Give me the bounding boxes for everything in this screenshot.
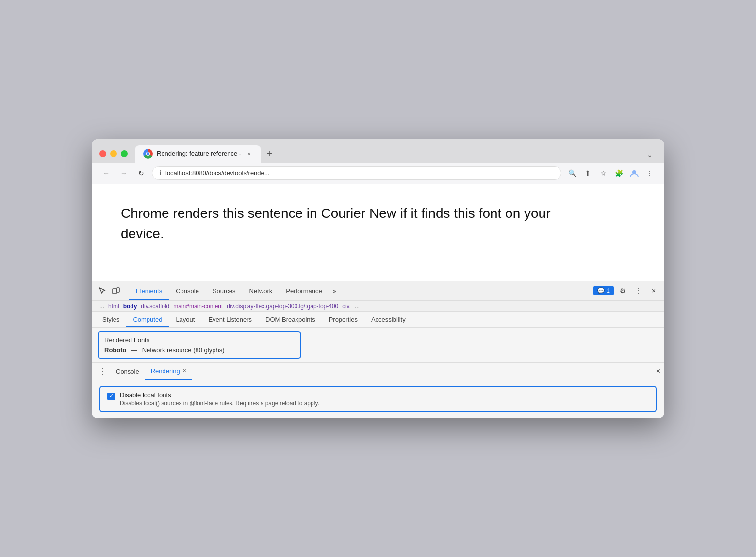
drawer-close-button[interactable]: × bbox=[656, 367, 660, 376]
close-devtools-icon[interactable]: × bbox=[647, 284, 660, 297]
back-button[interactable]: ← bbox=[99, 166, 113, 180]
settings-icon[interactable]: ⚙ bbox=[616, 284, 629, 297]
rendering-panel: ✓ Disable local fonts Disables local() s… bbox=[92, 380, 664, 418]
address-bar[interactable]: ℹ localhost:8080/docs/devtools/rende... bbox=[152, 166, 561, 180]
tab-list-button[interactable]: ⌄ bbox=[643, 147, 657, 163]
secure-icon: ℹ bbox=[159, 169, 162, 177]
svg-rect-1 bbox=[113, 289, 116, 294]
ctab-layout[interactable]: Layout bbox=[169, 312, 201, 327]
browser-tab[interactable]: Rendering: feature reference - × bbox=[135, 145, 261, 163]
devtools-right-icons: 💬 1 ⚙ ⋮ × bbox=[593, 284, 660, 297]
devtools-panel: Elements Console Sources Network Perform… bbox=[92, 281, 664, 418]
disable-local-fonts-label: Disable local fonts bbox=[120, 392, 319, 399]
rendered-fonts-title: Rendered Fonts bbox=[104, 336, 295, 344]
tab-title: Rendering: feature reference - bbox=[157, 150, 241, 157]
breadcrumb-dots-end: ... bbox=[353, 303, 362, 310]
ctab-event-listeners[interactable]: Event Listeners bbox=[201, 312, 259, 327]
breadcrumb-div-last[interactable]: div. bbox=[341, 303, 352, 310]
font-source: Network resource (80 glyphs) bbox=[142, 346, 225, 354]
tab-network[interactable]: Network bbox=[243, 281, 279, 300]
devtools-tabs: Elements Console Sources Network Perform… bbox=[129, 281, 590, 300]
render-label-wrap: Disable local fonts Disables local() sou… bbox=[120, 392, 319, 407]
devtools-menu-icon[interactable]: ⋮ bbox=[631, 284, 645, 297]
inspector-icon[interactable] bbox=[96, 284, 109, 297]
new-tab-button[interactable]: + bbox=[261, 145, 278, 163]
traffic-lights bbox=[99, 150, 128, 157]
device-toggle-icon[interactable] bbox=[109, 284, 123, 297]
extensions-icon[interactable]: 🧩 bbox=[612, 166, 625, 180]
issues-badge-button[interactable]: 💬 1 bbox=[593, 286, 614, 295]
font-name: Roboto bbox=[104, 346, 126, 354]
browser-toolbar: ← → ↻ ℹ localhost:8080/docs/devtools/ren… bbox=[92, 163, 664, 184]
tabs-row: Rendering: feature reference - × + ⌄ bbox=[135, 145, 657, 163]
drawer-bar: ⋮ Console Rendering × × bbox=[92, 362, 664, 380]
title-bar: Rendering: feature reference - × + ⌄ bbox=[92, 139, 664, 163]
zoom-icon[interactable]: 🔍 bbox=[565, 166, 579, 180]
devtools-toolbar: Elements Console Sources Network Perform… bbox=[92, 281, 664, 301]
forward-button[interactable]: → bbox=[117, 166, 131, 180]
tab-performance[interactable]: Performance bbox=[279, 281, 329, 300]
page-text: Chrome renders this sentence in Courier … bbox=[121, 203, 558, 244]
drawer-tab-console[interactable]: Console bbox=[110, 363, 145, 380]
bookmark-icon[interactable]: ☆ bbox=[596, 166, 610, 180]
breadcrumb-div-scaffold[interactable]: div.scaffold bbox=[140, 303, 170, 310]
breadcrumb-dots[interactable]: ... bbox=[98, 303, 106, 310]
minimize-button[interactable] bbox=[110, 150, 117, 157]
drawer-tab-rendering[interactable]: Rendering × bbox=[145, 363, 192, 380]
tab-sources[interactable]: Sources bbox=[206, 281, 243, 300]
disable-local-fonts-desc: Disables local() sources in @font-face r… bbox=[120, 400, 319, 407]
browser-window: Rendering: feature reference - × + ⌄ ← →… bbox=[92, 139, 664, 418]
rendered-fonts-box: Rendered Fonts Roboto — Network resource… bbox=[98, 331, 301, 359]
breadcrumb: ... html body div.scaffold main#main-con… bbox=[92, 301, 664, 312]
reload-button[interactable]: ↻ bbox=[134, 166, 148, 180]
issues-icon: 💬 bbox=[597, 287, 605, 294]
toolbar-icons: 🔍 ⬆ ☆ 🧩 ⋮ bbox=[565, 166, 657, 180]
ctab-dom-breakpoints[interactable]: DOM Breakpoints bbox=[259, 312, 322, 327]
more-tabs-button[interactable]: » bbox=[329, 281, 340, 300]
breadcrumb-div-flex[interactable]: div.display-flex.gap-top-300.lg\:gap-top… bbox=[226, 303, 339, 310]
rendered-fonts-section: Rendered Fonts Roboto — Network resource… bbox=[92, 328, 664, 362]
profile-icon[interactable] bbox=[627, 166, 641, 180]
breadcrumb-html[interactable]: html bbox=[107, 303, 120, 310]
tab-elements[interactable]: Elements bbox=[129, 281, 169, 300]
drawer-dots[interactable]: ⋮ bbox=[96, 366, 110, 377]
ctab-accessibility[interactable]: Accessibility bbox=[364, 312, 412, 327]
share-icon[interactable]: ⬆ bbox=[581, 166, 594, 180]
computed-panel-tabs: Styles Computed Layout Event Listeners D… bbox=[92, 312, 664, 328]
address-text: localhost:8080/docs/devtools/rende... bbox=[165, 169, 554, 177]
drawer-tab-rendering-close[interactable]: × bbox=[183, 367, 186, 374]
maximize-button[interactable] bbox=[121, 150, 128, 157]
rf-dash: — bbox=[131, 346, 137, 354]
ctab-styles[interactable]: Styles bbox=[96, 312, 126, 327]
ctab-properties[interactable]: Properties bbox=[322, 312, 364, 327]
tab-close-button[interactable]: × bbox=[245, 150, 253, 158]
ctab-computed[interactable]: Computed bbox=[126, 312, 169, 327]
tab-console[interactable]: Console bbox=[169, 281, 206, 300]
issues-count: 1 bbox=[607, 287, 610, 294]
disable-local-fonts-option[interactable]: ✓ Disable local fonts Disables local() s… bbox=[99, 386, 657, 412]
close-button[interactable] bbox=[99, 150, 106, 157]
toolbar-divider bbox=[126, 286, 126, 295]
disable-local-fonts-checkbox[interactable]: ✓ bbox=[107, 393, 115, 400]
breadcrumb-main[interactable]: main#main-content bbox=[172, 303, 224, 310]
breadcrumb-body[interactable]: body bbox=[122, 303, 138, 310]
rendered-fonts-entry: Roboto — Network resource (80 glyphs) bbox=[104, 346, 295, 354]
page-content: Chrome renders this sentence in Courier … bbox=[92, 184, 664, 281]
tab-favicon bbox=[143, 149, 153, 159]
menu-icon[interactable]: ⋮ bbox=[643, 166, 657, 180]
svg-rect-2 bbox=[117, 288, 119, 292]
